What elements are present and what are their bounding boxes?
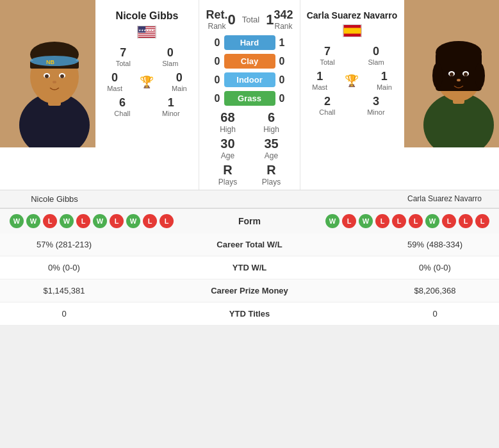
clay-score-right: 0 xyxy=(279,56,291,67)
form-badge: L xyxy=(459,214,473,228)
career-stat-row: 0% (0-0) YTD W/L 0% (0-0) xyxy=(0,256,499,279)
form-badge: W xyxy=(26,214,40,228)
left-minor-stat: 1 Minor xyxy=(162,96,180,117)
right-high-value: 6 xyxy=(263,110,279,125)
stat-left-value: 0% (0-0) xyxy=(0,256,128,279)
hard-row: 0 Hard 1 xyxy=(209,35,291,50)
career-stat-row: 57% (281-213) Career Total W/L 59% (488-… xyxy=(0,233,499,256)
right-plays-label: Plays xyxy=(262,178,281,187)
left-flag-icon: ★★★★★★ xyxy=(137,26,156,38)
right-slam-stat: 0 Slam xyxy=(368,45,384,66)
right-plays-value: R xyxy=(262,163,281,178)
left-trophy-icon: 🏆 xyxy=(140,75,154,89)
stat-left-value: 57% (281-213) xyxy=(0,233,128,256)
left-name-label: Nicole Gibbs xyxy=(0,190,109,208)
form-badge: W xyxy=(359,214,373,228)
form-badge: W xyxy=(325,214,339,228)
right-rank-label: Rank xyxy=(274,22,293,31)
player-photo-left: NB xyxy=(0,0,95,147)
right-total-stat: 7 Total xyxy=(320,45,334,66)
form-badge: L xyxy=(475,214,489,228)
form-badge: L xyxy=(375,214,389,228)
main-container: NB Nicole Gibbs ★★★★★★ xyxy=(0,0,499,326)
svg-point-9 xyxy=(45,74,49,78)
form-badge: L xyxy=(409,214,423,228)
svg-point-35 xyxy=(464,72,468,76)
stat-right-value: 0% (0-0) xyxy=(371,256,499,279)
career-stats-table: 57% (281-213) Career Total W/L 59% (488-… xyxy=(0,233,499,326)
indoor-button[interactable]: Indoor xyxy=(224,72,275,87)
stat-right-value: 0 xyxy=(371,303,499,326)
form-badge: L xyxy=(342,214,356,228)
stat-center-label: Career Total W/L xyxy=(128,233,371,256)
svg-rect-29 xyxy=(436,53,482,91)
indoor-score-right: 0 xyxy=(279,74,291,86)
stat-center-label: YTD Titles xyxy=(128,303,371,326)
svg-rect-19 xyxy=(138,36,156,37)
score-label: Total xyxy=(242,15,259,24)
form-badge: W xyxy=(93,214,107,228)
svg-point-11 xyxy=(53,81,56,83)
right-name-label: Carla Suarez Navarro xyxy=(390,190,499,208)
form-badge: L xyxy=(43,214,57,228)
left-rank-label: Rank xyxy=(206,22,227,31)
left-rank-value: Ret. xyxy=(206,8,227,22)
left-high-label: High xyxy=(220,125,236,134)
grass-button[interactable]: Grass xyxy=(224,91,275,106)
stat-center-label: Career Prize Money xyxy=(128,279,371,303)
right-mast-stat: 1 Mast xyxy=(312,70,327,91)
left-high-value: 68 xyxy=(220,110,236,125)
player-photo-right xyxy=(404,0,500,147)
right-minor-stat: 3 Minor xyxy=(367,95,385,116)
left-plays-label: Plays xyxy=(218,178,237,187)
header-right: Carla Suarez Navarro 7 Total 0 Slam xyxy=(300,0,404,190)
right-rank-value: 342 xyxy=(274,8,293,22)
clay-row: 0 Clay 0 xyxy=(209,54,291,69)
hard-score-right: 1 xyxy=(279,37,291,49)
score-left: 0 xyxy=(228,12,236,28)
stat-center-label: YTD W/L xyxy=(128,256,371,279)
clay-score-left: 0 xyxy=(209,56,220,67)
form-badge: W xyxy=(60,214,74,228)
right-age-value: 35 xyxy=(264,137,278,151)
left-total-stat: 7 Total xyxy=(116,46,131,67)
name-labels-row: Nicole Gibbs Carla Suarez Navarro xyxy=(0,190,499,208)
stat-right-value: 59% (488-334) xyxy=(371,233,499,256)
hard-button[interactable]: Hard xyxy=(224,35,275,50)
grass-row: 0 Grass 0 xyxy=(209,91,291,106)
header-center: Ret. Rank 0 Total 1 342 Rank 0 Hard 1 xyxy=(199,0,299,190)
career-stat-row: 0 YTD Titles 0 xyxy=(0,303,499,326)
svg-point-34 xyxy=(450,72,454,76)
form-label: Form xyxy=(238,216,261,226)
svg-rect-18 xyxy=(138,34,156,35)
svg-text:NB: NB xyxy=(46,59,54,65)
grass-score-right: 0 xyxy=(279,93,291,104)
form-badge: L xyxy=(143,214,157,228)
form-badge: L xyxy=(160,214,174,228)
right-player-name: Carla Suarez Navarro xyxy=(307,10,398,21)
svg-point-31 xyxy=(475,63,485,88)
right-chall-stat: 2 Chall xyxy=(319,95,335,116)
clay-button[interactable]: Clay xyxy=(224,54,275,69)
grass-score-left: 0 xyxy=(209,93,220,104)
left-main-stat: 0 Main xyxy=(172,71,187,92)
left-plays-value: R xyxy=(218,163,237,178)
svg-point-6 xyxy=(30,56,79,66)
header-area: NB Nicole Gibbs ★★★★★★ xyxy=(0,0,499,190)
form-badge: L xyxy=(110,214,124,228)
form-badge: W xyxy=(425,214,439,228)
left-age-value: 30 xyxy=(220,137,234,151)
right-age-label: Age xyxy=(264,151,278,160)
left-chall-stat: 6 Chall xyxy=(114,96,130,117)
left-form-badges: WWLWLWLWLL xyxy=(10,214,174,228)
svg-point-30 xyxy=(432,63,443,88)
indoor-score-left: 0 xyxy=(209,74,220,86)
right-trophy-icon: 🏆 xyxy=(345,74,359,88)
stat-left-value: $1,145,381 xyxy=(0,279,128,303)
stat-left-value: 0 xyxy=(0,303,128,326)
left-mast-stat: 0 Mast xyxy=(107,71,122,92)
right-main-stat: 1 Main xyxy=(377,70,392,91)
right-high-label: High xyxy=(263,125,279,134)
indoor-row: 0 Indoor 0 xyxy=(209,72,291,87)
svg-point-10 xyxy=(60,74,64,78)
